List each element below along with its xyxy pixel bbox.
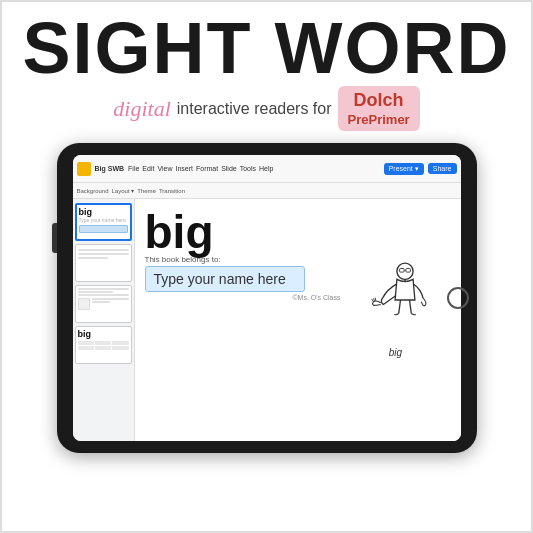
- slide-body: This book belongs to: Type your name her…: [145, 255, 451, 435]
- slide-thumb-1[interactable]: big Type your name here: [75, 203, 132, 241]
- interactive-label: interactive readers for: [177, 100, 332, 118]
- menu-bar[interactable]: File Edit View Insert Format Slide Tools…: [128, 165, 273, 172]
- share-button[interactable]: Share: [428, 163, 457, 174]
- menu-slide[interactable]: Slide: [221, 165, 237, 172]
- slide-thumb-4[interactable]: big: [75, 326, 132, 364]
- page-header: SIGHT WORD digital interactive readers f…: [2, 2, 531, 135]
- tablet-device: Big SWB File Edit View Insert Format Sli…: [57, 143, 477, 453]
- tablet-screen: Big SWB File Edit View Insert Format Sli…: [73, 155, 461, 441]
- book-belongs-label: This book belongs to:: [145, 255, 341, 264]
- sign-language-figure: [346, 255, 446, 345]
- format-theme[interactable]: Theme: [137, 188, 156, 194]
- menu-view[interactable]: View: [157, 165, 172, 172]
- svg-line-7: [398, 300, 400, 314]
- svg-line-8: [409, 300, 411, 314]
- app-name-label: Big SWB: [95, 165, 125, 172]
- menu-tools[interactable]: Tools: [240, 165, 256, 172]
- thumb-name-box: [79, 225, 128, 233]
- sign-language-section: big: [341, 255, 451, 358]
- preprimer-label: PrePrimer: [348, 112, 410, 128]
- slides-toolbar: Big SWB File Edit View Insert Format Sli…: [73, 155, 461, 183]
- subtitle-row: digital interactive readers for Dolch Pr…: [22, 86, 511, 131]
- copyright-text: ©Ms. O's Class: [145, 294, 341, 301]
- format-transition[interactable]: Transition: [159, 188, 185, 194]
- dolch-label: Dolch: [354, 90, 404, 112]
- dolch-badge: Dolch PrePrimer: [338, 86, 420, 131]
- slides-panel: big Type your name here: [73, 199, 135, 441]
- menu-help[interactable]: Help: [259, 165, 273, 172]
- digital-label: digital: [113, 96, 170, 122]
- menu-format[interactable]: Format: [196, 165, 218, 172]
- menu-insert[interactable]: Insert: [175, 165, 193, 172]
- format-layout[interactable]: Layout ▾: [112, 187, 135, 194]
- svg-line-4: [371, 299, 373, 302]
- svg-rect-1: [399, 269, 404, 273]
- svg-line-5: [373, 298, 374, 301]
- menu-file[interactable]: File: [128, 165, 139, 172]
- slide-left-section: This book belongs to: Type your name her…: [145, 255, 341, 301]
- slide-thumb-3[interactable]: [75, 285, 132, 323]
- svg-rect-2: [405, 269, 410, 273]
- menu-edit[interactable]: Edit: [142, 165, 154, 172]
- slide-content-area: big This book belongs to: Type your name…: [135, 199, 461, 441]
- format-bg[interactable]: Background: [77, 188, 109, 194]
- sign-word-label: big: [389, 347, 402, 358]
- name-input-field[interactable]: Type your name here: [145, 266, 305, 292]
- slide-thumb-2[interactable]: [75, 244, 132, 282]
- main-title: SIGHT WORD: [22, 12, 511, 84]
- slides-app-icon: [77, 162, 91, 176]
- slides-main-area: big Type your name here: [73, 199, 461, 441]
- main-slide-word: big: [145, 209, 451, 255]
- format-bar: Background Layout ▾ Theme Transition: [73, 183, 461, 199]
- tablet-wrapper: Big SWB File Edit View Insert Format Sli…: [2, 143, 531, 453]
- present-button[interactable]: Present ▾: [384, 163, 424, 175]
